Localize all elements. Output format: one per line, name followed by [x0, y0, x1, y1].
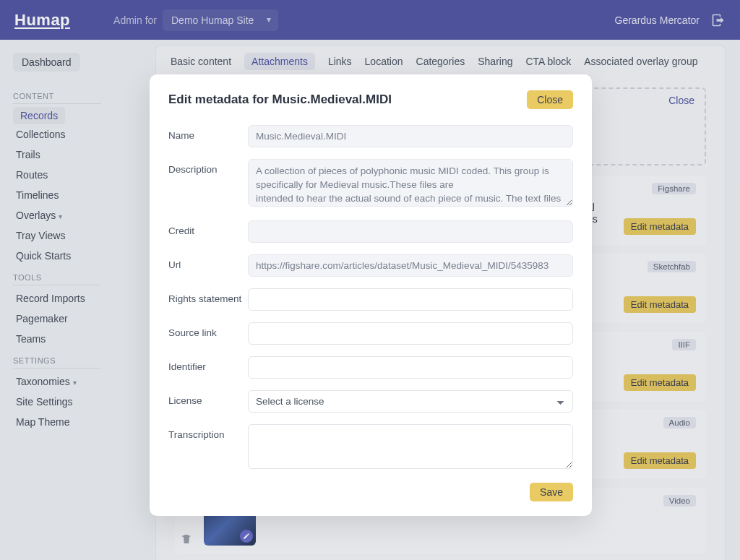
save-button[interactable]: Save [530, 483, 573, 501]
label-name: Name [168, 125, 248, 141]
label-description: Description [168, 159, 248, 175]
modal-title: Edit metadata for Music.Medieval.MIDI [168, 92, 392, 107]
rights-field[interactable] [248, 288, 573, 311]
label-rights: Rights statement [168, 288, 248, 304]
modal-close-button[interactable]: Close [527, 90, 573, 109]
label-identifier: Identifier [168, 356, 248, 372]
identifier-field[interactable] [248, 356, 573, 379]
license-select[interactable]: Select a license [248, 390, 573, 413]
label-transcription: Transcription [168, 424, 248, 440]
url-field [248, 254, 573, 277]
label-url: Url [168, 254, 248, 270]
label-credit: Credit [168, 220, 248, 236]
name-field [248, 125, 573, 147]
credit-field [248, 220, 573, 243]
label-license: License [168, 390, 248, 406]
source-field[interactable] [248, 322, 573, 345]
transcription-field[interactable] [248, 424, 573, 469]
description-field [248, 159, 573, 207]
label-source: Source link [168, 322, 248, 338]
edit-metadata-modal: Edit metadata for Music.Medieval.MIDI Cl… [150, 74, 592, 516]
